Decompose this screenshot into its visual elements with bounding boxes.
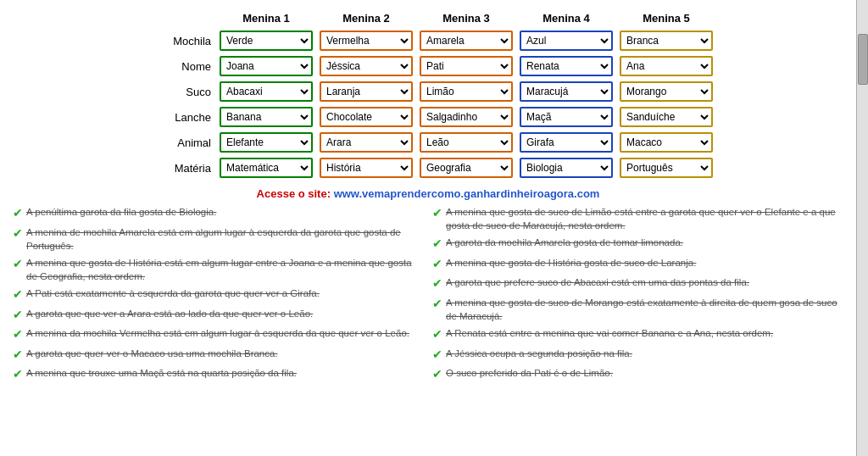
clue-text: A penúltima garota da fila gosta de Biol… (26, 205, 216, 219)
select-3-4[interactable]: BananaChocolateSalgadinhoMaçãSanduíche (621, 108, 711, 125)
cell-2-1[interactable]: AbacaxiLaranjaLimãoMaracujáMorango (316, 79, 416, 104)
empty-header (140, 8, 216, 28)
select-0-4[interactable]: VerdeVermelhaAmarelaAzulBranca (621, 32, 711, 49)
select-4-0[interactable]: ElefanteAraraLeãoGirafaMacaco (221, 134, 311, 151)
cell-0-4[interactable]: VerdeVermelhaAmarelaAzulBranca (616, 28, 716, 53)
list-item: ✔A garota da mochila Amarela gosta de to… (432, 236, 843, 253)
select-3-3[interactable]: BananaChocolateSalgadinhoMaçãSanduíche (521, 108, 611, 125)
select-0-2[interactable]: VerdeVermelhaAmarelaAzulBranca (421, 32, 511, 49)
select-0-3[interactable]: VerdeVermelhaAmarelaAzulBranca (521, 32, 611, 49)
cell-0-1[interactable]: VerdeVermelhaAmarelaAzulBranca (316, 28, 416, 53)
select-2-2[interactable]: AbacaxiLaranjaLimãoMaracujáMorango (421, 83, 511, 100)
cell-3-4[interactable]: BananaChocolateSalgadinhoMaçãSanduíche (616, 104, 716, 130)
clue-text: A menina que gosta de suco de Morango es… (446, 296, 843, 323)
cell-2-4[interactable]: AbacaxiLaranjaLimãoMaracujáMorango (616, 79, 716, 104)
select-5-1[interactable]: MatemáticaHistóriaGeografiaBiologiaPortu… (321, 159, 411, 176)
select-2-4[interactable]: AbacaxiLaranjaLimãoMaracujáMorango (621, 83, 711, 100)
list-item: ✔A Jéssica ocupa a segunda posição na fi… (432, 347, 843, 364)
clue-text: A menina da mochila Vermelha está em alg… (26, 326, 409, 340)
list-item: ✔A menina de mochila Amarela está em alg… (13, 225, 424, 253)
clue-text: A garota que quer ver o Macaco usa uma m… (26, 347, 278, 360)
cell-3-2[interactable]: BananaChocolateSalgadinhoMaçãSanduíche (416, 104, 516, 130)
select-2-3[interactable]: AbacaxiLaranjaLimãoMaracujáMorango (521, 83, 611, 100)
row-label-2: Suco (140, 79, 216, 104)
cell-0-2[interactable]: VerdeVermelhaAmarelaAzulBranca (416, 28, 516, 53)
check-icon: ✔ (13, 225, 23, 242)
select-1-2[interactable]: JoanaJéssicaPatiRenataAna (421, 58, 511, 75)
scrollbar-thumb[interactable] (858, 34, 868, 85)
list-item: ✔O suco preferido da Pati é o de Limão. (432, 366, 843, 383)
select-0-1[interactable]: VerdeVermelhaAmarelaAzulBranca (321, 32, 411, 49)
cell-5-3[interactable]: MatemáticaHistóriaGeografiaBiologiaPortu… (516, 155, 616, 181)
row-label-0: Mochila (140, 28, 216, 53)
list-item: ✔A penúltima garota da fila gosta de Bio… (13, 205, 424, 222)
clue-text: A Pati está exatamente à esquerda da gar… (26, 286, 320, 300)
select-5-2[interactable]: MatemáticaHistóriaGeografiaBiologiaPortu… (421, 159, 511, 176)
check-icon: ✔ (432, 347, 442, 364)
clue-text: A menina que gosta de História está em a… (26, 256, 424, 283)
select-3-1[interactable]: BananaChocolateSalgadinhoMaçãSanduíche (321, 108, 411, 125)
cell-1-3[interactable]: JoanaJéssicaPatiRenataAna (516, 53, 616, 79)
select-5-3[interactable]: MatemáticaHistóriaGeografiaBiologiaPortu… (521, 159, 611, 176)
select-2-1[interactable]: AbacaxiLaranjaLimãoMaracujáMorango (321, 83, 411, 100)
select-4-3[interactable]: ElefanteAraraLeãoGirafaMacaco (521, 134, 611, 151)
cell-2-3[interactable]: AbacaxiLaranjaLimãoMaracujáMorango (516, 79, 616, 104)
select-5-0[interactable]: MatemáticaHistóriaGeografiaBiologiaPortu… (221, 159, 311, 176)
select-3-2[interactable]: BananaChocolateSalgadinhoMaçãSanduíche (421, 108, 511, 125)
list-item: ✔A menina que gosta de suco de Limão est… (432, 205, 843, 232)
cell-2-0[interactable]: AbacaxiLaranjaLimãoMaracujáMorango (216, 79, 316, 104)
check-icon: ✔ (432, 205, 442, 222)
cell-1-4[interactable]: JoanaJéssicaPatiRenataAna (616, 53, 716, 79)
cell-0-0[interactable]: VerdeVermelhaAmarelaAzulBranca (216, 28, 316, 53)
promo-url[interactable]: www.vemaprendercomo.ganhardinheiroagora.… (334, 187, 600, 200)
cell-4-3[interactable]: ElefanteAraraLeãoGirafaMacaco (516, 130, 616, 155)
cell-5-0[interactable]: MatemáticaHistóriaGeografiaBiologiaPortu… (216, 155, 316, 181)
cell-4-4[interactable]: ElefanteAraraLeãoGirafaMacaco (616, 130, 716, 155)
col3-header: Menina 3 (416, 8, 516, 28)
promo-line: Acesse o site: www.vemaprendercomo.ganha… (13, 187, 843, 200)
cell-0-3[interactable]: VerdeVermelhaAmarelaAzulBranca (516, 28, 616, 53)
cell-1-0[interactable]: JoanaJéssicaPatiRenataAna (216, 53, 316, 79)
clue-text: A Renata está entre a menina que vai com… (446, 326, 773, 340)
cell-5-1[interactable]: MatemáticaHistóriaGeografiaBiologiaPortu… (316, 155, 416, 181)
select-1-3[interactable]: JoanaJéssicaPatiRenataAna (521, 58, 611, 75)
check-icon: ✔ (13, 326, 23, 343)
list-item: ✔A garota que que ver a Arara está ao la… (13, 307, 424, 324)
select-4-2[interactable]: ElefanteAraraLeãoGirafaMacaco (421, 134, 511, 151)
check-icon: ✔ (432, 326, 442, 343)
cell-1-1[interactable]: JoanaJéssicaPatiRenataAna (316, 53, 416, 79)
list-item: ✔A menina que trouxe uma Maçã está na qu… (13, 366, 424, 383)
select-0-0[interactable]: VerdeVermelhaAmarelaAzulBranca (221, 32, 311, 49)
select-1-4[interactable]: JoanaJéssicaPatiRenataAna (621, 58, 711, 75)
cell-4-1[interactable]: ElefanteAraraLeãoGirafaMacaco (316, 130, 416, 155)
check-icon: ✔ (13, 286, 23, 303)
select-2-0[interactable]: AbacaxiLaranjaLimãoMaracujáMorango (221, 83, 311, 100)
row-label-3: Lanche (140, 104, 216, 130)
select-5-4[interactable]: MatemáticaHistóriaGeografiaBiologiaPortu… (621, 159, 711, 176)
cell-3-3[interactable]: BananaChocolateSalgadinhoMaçãSanduíche (516, 104, 616, 130)
select-4-1[interactable]: ElefanteAraraLeãoGirafaMacaco (321, 134, 411, 151)
select-4-4[interactable]: ElefanteAraraLeãoGirafaMacaco (621, 134, 711, 151)
list-item: ✔A menina que gosta de suco de Morango e… (432, 296, 843, 323)
cell-1-2[interactable]: JoanaJéssicaPatiRenataAna (416, 53, 516, 79)
check-icon: ✔ (13, 366, 23, 383)
select-3-0[interactable]: BananaChocolateSalgadinhoMaçãSanduíche (221, 108, 311, 125)
cell-2-2[interactable]: AbacaxiLaranjaLimãoMaracujáMorango (416, 79, 516, 104)
list-item: ✔A menina que gosta de História gosta de… (432, 256, 843, 273)
select-1-1[interactable]: JoanaJéssicaPatiRenataAna (321, 58, 411, 75)
cell-4-2[interactable]: ElefanteAraraLeãoGirafaMacaco (416, 130, 516, 155)
cell-5-4[interactable]: MatemáticaHistóriaGeografiaBiologiaPortu… (616, 155, 716, 181)
cell-5-2[interactable]: MatemáticaHistóriaGeografiaBiologiaPortu… (416, 155, 516, 181)
col2-header: Menina 2 (316, 8, 416, 28)
col1-header: Menina 1 (216, 8, 316, 28)
check-icon: ✔ (432, 236, 442, 253)
cell-3-0[interactable]: BananaChocolateSalgadinhoMaçãSanduíche (216, 104, 316, 130)
clues-left: ✔A penúltima garota da fila gosta de Bio… (13, 205, 424, 386)
select-1-0[interactable]: JoanaJéssicaPatiRenataAna (221, 58, 311, 75)
clue-text: A garota que prefere suco de Abacaxi est… (446, 275, 749, 289)
cell-3-1[interactable]: BananaChocolateSalgadinhoMaçãSanduíche (316, 104, 416, 130)
scrollbar[interactable] (856, 0, 868, 456)
cell-4-0[interactable]: ElefanteAraraLeãoGirafaMacaco (216, 130, 316, 155)
clue-text: A menina que gosta de suco de Limão está… (446, 205, 843, 232)
col4-header: Menina 4 (516, 8, 616, 28)
